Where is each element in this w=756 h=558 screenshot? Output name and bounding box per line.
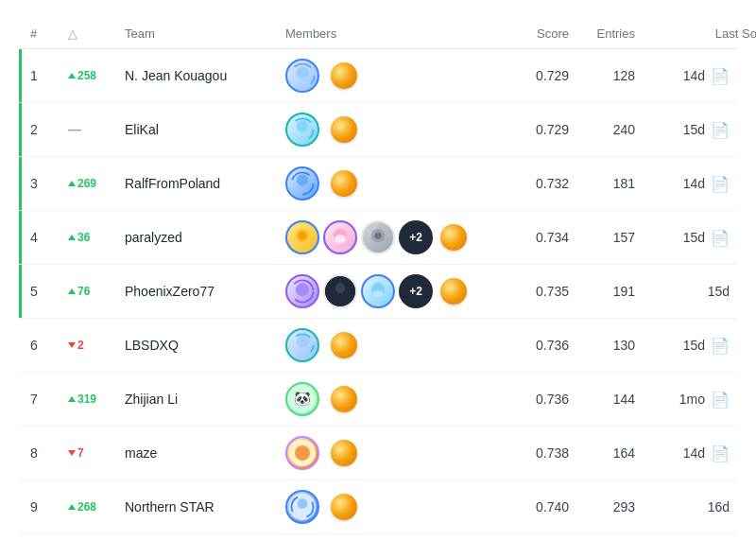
svg-point-4 xyxy=(297,174,308,185)
score-cell: 0.735 xyxy=(493,284,569,299)
change-cell: 76 xyxy=(68,285,125,298)
members-cell: 🐼 xyxy=(285,382,493,416)
rank-cell: 2 xyxy=(30,122,68,137)
arrow-up-icon xyxy=(68,504,76,510)
rank-cell: 9 xyxy=(30,499,68,514)
svg-point-25 xyxy=(298,498,308,509)
arrow-up-icon xyxy=(68,181,76,186)
change-cell: 268 xyxy=(68,500,125,514)
avatar xyxy=(285,59,319,93)
rank-cell: 3 xyxy=(30,176,68,191)
table-row: 6 2 LBSDXQ 0.736 130 15d 📄 xyxy=(19,319,737,373)
solution-icon[interactable]: 📄 xyxy=(711,121,730,139)
gold-medal-icon xyxy=(331,494,357,520)
extra-members-badge: +2 xyxy=(399,220,433,254)
rank-cell: 7 xyxy=(30,392,68,407)
team-name-cell: RalfFromPoland xyxy=(125,176,285,191)
last-cell: 15d xyxy=(635,284,730,299)
col-score: Score xyxy=(493,26,569,41)
change-cell: 36 xyxy=(68,231,125,244)
members-cell xyxy=(285,328,493,362)
team-name-cell: Northern STAR xyxy=(125,499,285,514)
gold-medal-icon xyxy=(440,224,467,251)
rank-cell: 8 xyxy=(30,445,68,461)
members-cell xyxy=(285,166,493,201)
last-cell: 1mo 📄 xyxy=(635,391,730,409)
team-name-cell: PhoenixZero77 xyxy=(125,284,285,299)
members-cell xyxy=(285,490,493,524)
col-last: Last Solution xyxy=(635,26,756,41)
avatar xyxy=(285,113,319,147)
team-name-cell: maze xyxy=(125,445,285,461)
solution-icon[interactable]: 📄 xyxy=(711,175,730,193)
avatar xyxy=(285,490,319,524)
arrow-down-icon xyxy=(68,342,76,348)
col-team: Team xyxy=(125,26,285,41)
avatar xyxy=(285,436,319,470)
entries-cell: 240 xyxy=(569,122,635,137)
score-cell: 0.738 xyxy=(493,445,569,461)
entries-cell: 144 xyxy=(569,392,635,407)
arrow-up-icon xyxy=(68,73,76,78)
avatar xyxy=(361,274,395,308)
arrow-down-icon xyxy=(68,450,76,456)
arrow-up-icon xyxy=(68,396,76,402)
change-cell: 2 xyxy=(68,339,125,352)
svg-point-7 xyxy=(299,232,307,240)
change-cell: — xyxy=(68,122,125,137)
last-cell: 16d xyxy=(635,499,730,514)
score-cell: 0.732 xyxy=(493,176,569,191)
team-name-cell: paralyzed xyxy=(125,230,285,245)
solution-icon[interactable]: 📄 xyxy=(711,337,730,355)
avatar xyxy=(285,274,319,308)
last-cell: 15d 📄 xyxy=(635,229,730,247)
table-row: 1 258 N. Jean Kouagou 0.729 128 14d 📄 xyxy=(19,49,737,103)
table-header: # △ Team Members Score Entries Last Solu… xyxy=(19,19,737,49)
table-row: 7 319 Zhijian Li 🐼 0.736 144 1mo 📄 xyxy=(19,373,737,427)
score-cell: 0.729 xyxy=(493,68,569,83)
entries-cell: 157 xyxy=(569,230,635,245)
last-cell: 14d 📄 xyxy=(635,175,730,193)
members-cell: +2 xyxy=(285,220,493,254)
change-cell: 258 xyxy=(68,69,125,82)
members-cell xyxy=(285,113,493,147)
arrow-up-icon xyxy=(68,288,76,294)
rank-cell: 4 xyxy=(30,230,68,245)
members-cell xyxy=(285,436,493,470)
avatar xyxy=(323,274,357,308)
team-name-cell: Zhijian Li xyxy=(125,392,285,407)
solution-icon[interactable]: 📄 xyxy=(711,391,730,409)
score-cell: 0.736 xyxy=(493,338,569,353)
avatar xyxy=(285,328,319,362)
svg-point-18 xyxy=(297,336,308,347)
svg-text:🐼: 🐼 xyxy=(294,390,311,407)
team-name-cell: N. Jean Kouagou xyxy=(125,68,285,83)
last-cell: 14d 📄 xyxy=(635,67,730,85)
svg-point-15 xyxy=(335,283,346,293)
svg-point-2 xyxy=(297,120,308,131)
score-cell: 0.734 xyxy=(493,230,569,245)
solution-icon[interactable]: 📄 xyxy=(711,229,730,247)
table-row: 2 — EliKal 0.729 240 15d 📄 xyxy=(19,103,737,157)
team-name-cell: LBSDXQ xyxy=(125,338,285,353)
team-name-cell: EliKal xyxy=(125,122,285,137)
score-cell: 0.736 xyxy=(493,392,569,407)
members-cell xyxy=(285,59,493,93)
col-members: Members xyxy=(285,26,493,41)
entries-cell: 164 xyxy=(569,445,635,461)
avatar: 🐼 xyxy=(285,382,319,416)
solution-icon[interactable]: 📄 xyxy=(711,445,730,462)
gold-medal-icon xyxy=(331,62,357,89)
svg-point-9 xyxy=(335,235,346,243)
score-cell: 0.740 xyxy=(493,499,569,514)
table-row: 9 268 Northern STAR 0.740 293 16d xyxy=(19,480,737,534)
change-cell: 269 xyxy=(68,177,125,190)
entries-cell: 181 xyxy=(569,176,635,191)
gold-medal-icon xyxy=(331,332,357,358)
rank-cell: 6 xyxy=(30,338,68,353)
gold-medal-icon xyxy=(331,116,357,143)
solution-icon[interactable]: 📄 xyxy=(711,67,730,85)
svg-point-23 xyxy=(295,445,310,461)
score-cell: 0.729 xyxy=(493,122,569,137)
svg-point-12 xyxy=(296,283,309,296)
